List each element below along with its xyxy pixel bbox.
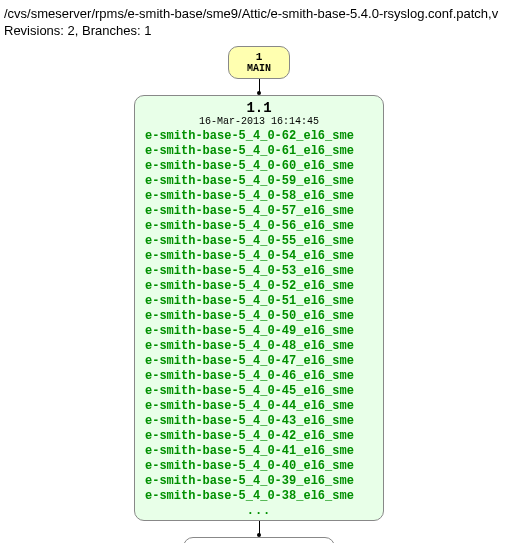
tag-item: e-smith-base-5_4_0-38_el6_sme bbox=[145, 489, 373, 504]
tag-ellipsis: ... bbox=[135, 504, 383, 518]
tag-item: e-smith-base-5_4_0-41_el6_sme bbox=[145, 444, 373, 459]
branch-label: MAIN bbox=[235, 63, 283, 74]
tag-item: e-smith-base-5_4_0-42_el6_sme bbox=[145, 429, 373, 444]
revision-graph: 1 MAIN 1.1 16-Mar-2013 16:14:45 e-smith-… bbox=[0, 40, 518, 543]
tag-item: e-smith-base-5_4_0-60_el6_sme bbox=[145, 159, 373, 174]
tag-item: e-smith-base-5_4_0-46_el6_sme bbox=[145, 369, 373, 384]
tag-list: e-smith-base-5_4_0-62_el6_sme e-smith-ba… bbox=[135, 129, 383, 504]
revision-number: 1.1 bbox=[135, 100, 383, 116]
branch-node-main[interactable]: 1 MAIN bbox=[228, 46, 290, 79]
revision-date: 16-Mar-2013 16:14:45 bbox=[135, 116, 383, 127]
tag-item: e-smith-base-5_4_0-54_el6_sme bbox=[145, 249, 373, 264]
tag-item: e-smith-base-5_4_0-50_el6_sme bbox=[145, 309, 373, 324]
revision-node-1-2[interactable]: 1.2 24-Mar-2014 04:05:36 HEAD bbox=[183, 537, 335, 543]
tag-item: e-smith-base-5_4_0-52_el6_sme bbox=[145, 279, 373, 294]
tag-item: e-smith-base-5_4_0-47_el6_sme bbox=[145, 354, 373, 369]
tag-item: e-smith-base-5_4_0-62_el6_sme bbox=[145, 129, 373, 144]
tag-item: e-smith-base-5_4_0-53_el6_sme bbox=[145, 264, 373, 279]
tag-item: e-smith-base-5_4_0-55_el6_sme bbox=[145, 234, 373, 249]
tag-item: e-smith-base-5_4_0-39_el6_sme bbox=[145, 474, 373, 489]
tag-item: e-smith-base-5_4_0-58_el6_sme bbox=[145, 189, 373, 204]
tag-item: e-smith-base-5_4_0-43_el6_sme bbox=[145, 414, 373, 429]
tag-item: e-smith-base-5_4_0-51_el6_sme bbox=[145, 294, 373, 309]
branch-number: 1 bbox=[235, 51, 283, 63]
tag-item: e-smith-base-5_4_0-45_el6_sme bbox=[145, 384, 373, 399]
revision-stats: Revisions: 2, Branches: 1 bbox=[4, 23, 514, 38]
file-path: /cvs/smeserver/rpms/e-smith-base/sme9/At… bbox=[4, 6, 514, 21]
tag-item: e-smith-base-5_4_0-59_el6_sme bbox=[145, 174, 373, 189]
tag-item: e-smith-base-5_4_0-44_el6_sme bbox=[145, 399, 373, 414]
header: /cvs/smeserver/rpms/e-smith-base/sme9/At… bbox=[0, 0, 518, 40]
revision-node-1-1[interactable]: 1.1 16-Mar-2013 16:14:45 e-smith-base-5_… bbox=[134, 95, 384, 521]
tag-item: e-smith-base-5_4_0-56_el6_sme bbox=[145, 219, 373, 234]
tag-item: e-smith-base-5_4_0-57_el6_sme bbox=[145, 204, 373, 219]
tag-item: e-smith-base-5_4_0-48_el6_sme bbox=[145, 339, 373, 354]
tag-item: e-smith-base-5_4_0-49_el6_sme bbox=[145, 324, 373, 339]
tag-item: e-smith-base-5_4_0-40_el6_sme bbox=[145, 459, 373, 474]
tag-item: e-smith-base-5_4_0-61_el6_sme bbox=[145, 144, 373, 159]
